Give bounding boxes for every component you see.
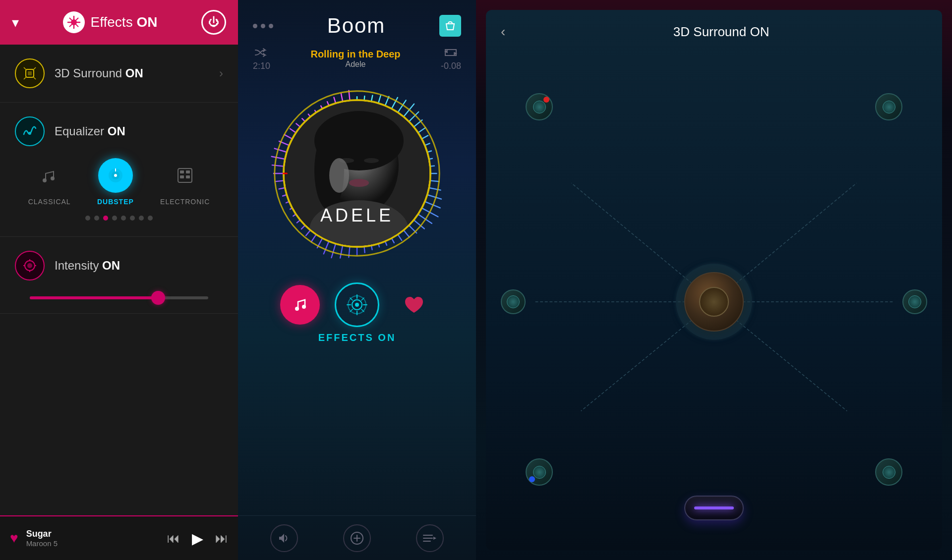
fast-forward-button[interactable]: ⏭ [215, 531, 228, 546]
volume-button[interactable] [270, 524, 298, 552]
classical-icon [32, 158, 67, 193]
svg-point-16 [43, 178, 47, 182]
svg-point-103 [364, 158, 379, 163]
effects-title: Effects ON [91, 14, 158, 30]
svg-point-15 [28, 132, 31, 135]
svg-line-67 [340, 245, 343, 258]
speaker-bot-left [526, 458, 553, 486]
eq-preset-dubstep[interactable]: DUBSTEP [97, 158, 134, 206]
rewind-button[interactable]: ⏮ [167, 531, 180, 546]
artist-name-overlay: ADELE [320, 205, 394, 236]
svg-line-13 [24, 77, 26, 79]
slider-thumb[interactable] [151, 291, 165, 305]
svg-point-17 [51, 176, 55, 180]
queue-button[interactable] [416, 524, 444, 552]
3d-surround-icon [15, 58, 45, 88]
dot-2[interactable] [94, 216, 99, 221]
music-library-button[interactable] [280, 285, 320, 325]
center-panel: Boom 2:10 Rolling in the Deep Adele [238, 0, 476, 560]
intensity-row: Intensity ON [0, 237, 238, 314]
speaker-icon-mid-left [501, 289, 526, 314]
svg-rect-24 [186, 170, 190, 173]
right-inner: ‹ 3D Surround ON [486, 10, 942, 550]
svg-line-8 [69, 25, 71, 27]
eq-page-dots [15, 211, 223, 223]
app-title: Boom [327, 14, 386, 38]
heart-favorite-button[interactable] [394, 285, 434, 325]
song-name: Rolling in the Deep [310, 49, 400, 60]
center-speaker-cone [699, 287, 729, 317]
3d-surround-row[interactable]: 3D Surround ON › [0, 45, 238, 103]
svg-line-12 [34, 67, 36, 69]
player-controls: ⏮ ▶ ⏭ [167, 530, 228, 547]
svg-rect-10 [28, 71, 32, 75]
album-circle: ADELE [283, 99, 431, 248]
dubstep-label: DUBSTEP [97, 198, 134, 206]
eq-preset-electronic[interactable]: ELECTRONIC [160, 158, 210, 206]
play-button[interactable]: ▶ [192, 530, 203, 547]
dot-7[interactable] [139, 216, 144, 221]
three-dots-menu[interactable] [253, 24, 273, 28]
time-label: 2:10 [253, 61, 270, 71]
svg-point-107 [295, 307, 299, 311]
album-art-container: ADELE [268, 84, 446, 263]
svg-line-6 [76, 25, 78, 27]
svg-line-50 [430, 180, 439, 181]
surround-visualization [486, 54, 942, 550]
speaker-top-left [526, 93, 553, 120]
svg-point-28 [27, 263, 32, 268]
svg-line-83 [272, 157, 286, 160]
slider-track [30, 296, 208, 299]
speaker-top-right [875, 93, 902, 120]
add-to-queue-button[interactable] [343, 524, 371, 552]
dot-6[interactable] [130, 216, 135, 221]
effects-button[interactable] [335, 282, 379, 327]
speaker-icon-bot-left [526, 458, 553, 486]
dot-5[interactable] [121, 216, 126, 221]
classical-label: CLASSICAL [28, 198, 71, 206]
chevron-down-icon[interactable]: ▾ [12, 14, 19, 31]
svg-rect-26 [186, 175, 190, 178]
svg-line-11 [24, 67, 26, 69]
eq-presets: CLASSICAL DUBSTEP [15, 146, 223, 211]
dot-1[interactable] [85, 216, 90, 221]
right-header: ‹ 3D Surround ON [486, 10, 942, 54]
subwoofer [684, 496, 744, 520]
eq-preset-classical[interactable]: CLASSICAL [28, 158, 71, 206]
repeat-button[interactable] [443, 46, 458, 61]
svg-line-14 [34, 77, 36, 79]
left-content: 3D Surround ON › Equalizer ON [0, 45, 238, 515]
now-playing-artist: Maroon 5 [26, 539, 159, 548]
electronic-icon [168, 158, 202, 193]
slider-fill [30, 296, 158, 299]
back-button[interactable]: ‹ [501, 24, 505, 40]
svg-line-7 [76, 18, 78, 20]
shuffle-button[interactable] [254, 46, 269, 61]
dot-8[interactable] [148, 216, 153, 221]
speaker-center [684, 272, 744, 332]
dot-4[interactable] [112, 216, 117, 221]
svg-point-106 [329, 158, 349, 193]
subwoofer-icon [684, 496, 744, 520]
svg-rect-25 [180, 175, 184, 178]
svg-point-108 [302, 305, 306, 309]
center-bottom-bar [238, 515, 476, 560]
svg-point-20 [114, 174, 117, 177]
now-playing-title: Sugar [26, 529, 159, 539]
equalizer-icon [15, 116, 45, 146]
shopping-bag-icon[interactable] [439, 15, 461, 37]
center-bottom-controls [280, 282, 434, 327]
power-button[interactable]: ⏻ [201, 10, 226, 35]
intensity-slider[interactable] [15, 280, 223, 299]
right-title: 3D Surround ON [515, 24, 927, 40]
speaker-icon-mid-right [902, 289, 927, 314]
heart-icon[interactable]: ♥ [10, 530, 18, 546]
dot-3[interactable] [103, 216, 108, 221]
svg-point-111 [355, 303, 359, 307]
3d-surround-label: 3D Surround ON [55, 66, 143, 80]
left-panel: ▾ Effects ON ⏻ [0, 0, 238, 560]
center-speaker-icon [684, 272, 744, 332]
song-info-row: 2:10 Rolling in the Deep Adele -0.08 [238, 43, 476, 74]
speaker-mid-right [902, 289, 927, 314]
right-panel: ‹ 3D Surround ON [476, 0, 952, 560]
